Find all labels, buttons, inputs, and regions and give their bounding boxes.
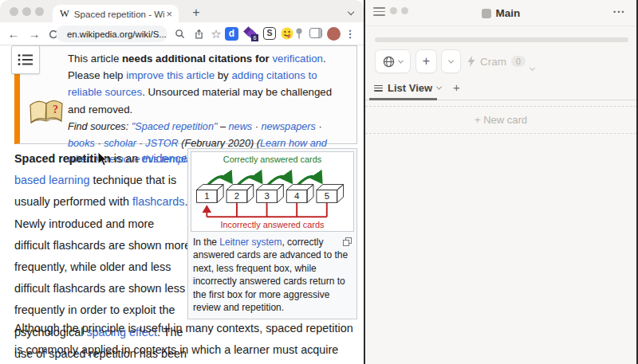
globe-icon — [383, 56, 395, 68]
traffic-light-zoom[interactable] — [35, 7, 44, 16]
chevron-down-icon — [448, 57, 454, 63]
expand-figure-icon[interactable] — [343, 237, 352, 246]
svg-text:?: ? — [53, 104, 58, 115]
cram-label: Cram — [480, 56, 506, 68]
extension-emoji-icon[interactable] — [281, 27, 293, 40]
incorrect-cards-label: Incorrectly answered cards — [221, 220, 325, 229]
box-1-label: 1 — [204, 191, 209, 201]
leitner-figure: Correctly answered cards Incorrectly ans… — [187, 148, 357, 319]
extension-d-icon[interactable]: d — [225, 27, 238, 41]
leitner-diagram[interactable]: Correctly answered cards Incorrectly ans… — [191, 151, 354, 232]
text-run: · — [95, 138, 104, 149]
tab-strip: W Spaced repetition - Wikipedia × + — [0, 0, 364, 22]
traffic-light-minimize[interactable] — [22, 7, 31, 16]
active-tab-indicator — [369, 98, 437, 100]
extension-gem-badge: 6 — [251, 34, 258, 41]
tab-close-icon[interactable]: × — [164, 8, 174, 20]
kebab-menu-icon[interactable]: ⋮ — [345, 22, 356, 45]
tab-title: Spaced repetition - Wikipedia — [74, 9, 165, 19]
flashcard-app-window: Main ... + Cram 0 — [364, 0, 638, 364]
wiki-link[interactable]: scholar — [104, 138, 136, 149]
new-card-placeholder[interactable]: + New card — [365, 106, 636, 134]
text-run: – — [217, 121, 228, 132]
chevron-down-icon — [398, 57, 404, 63]
traffic-light-close[interactable] — [10, 7, 18, 16]
text-run: This article — [68, 53, 122, 65]
text-run: needs additional citations for — [122, 53, 272, 65]
text-run: Spaced repetition — [14, 152, 111, 165]
text-run: is an — [111, 152, 141, 165]
correct-cards-label: Correctly answered cards — [223, 155, 322, 164]
deck-switcher-button[interactable] — [375, 49, 411, 73]
bookmark-star-icon[interactable]: ☆ — [209, 22, 223, 45]
wiki-link[interactable]: improve this article — [126, 69, 215, 81]
back-icon[interactable]: ← — [6, 22, 21, 45]
deck-icon — [482, 9, 491, 18]
app-titlebar: Main ... — [365, 0, 636, 26]
screen: W Spaced repetition - Wikipedia × + ← → … — [0, 0, 638, 364]
wikipedia-favicon: W — [60, 8, 69, 20]
wiki-link[interactable]: news — [229, 121, 253, 132]
text-run: ( — [254, 138, 260, 149]
deck-title-group: Main — [365, 0, 636, 26]
text-run: , correctly answered cards are advanced … — [193, 237, 348, 313]
url-text: en.wikipedia.org/wiki/S... — [67, 29, 167, 39]
second-paragraph: Although the principle is useful in many… — [14, 318, 360, 364]
lightning-icon — [467, 56, 475, 67]
box-2-label: 2 — [234, 191, 239, 201]
cram-button[interactable]: Cram 0 — [467, 49, 526, 73]
forward-icon[interactable]: → — [27, 22, 41, 45]
text-run: · — [316, 121, 322, 132]
share-icon[interactable] — [191, 22, 206, 45]
browser-tab[interactable]: W Spaced repetition - Wikipedia × — [53, 5, 179, 22]
wiki-link[interactable]: JSTOR — [145, 138, 178, 149]
text-run: In the — [193, 237, 219, 248]
figure-caption-text: In the Leitner system, correctly answere… — [193, 237, 348, 313]
add-card-button[interactable]: + — [415, 49, 437, 73]
box-3-label: 3 — [264, 191, 269, 201]
wiki-link[interactable]: Leitner system — [219, 237, 282, 248]
pin-icon[interactable] — [293, 27, 305, 40]
question-book-icon: ? — [26, 94, 66, 134]
browser-window: W Spaced repetition - Wikipedia × + ← → … — [0, 0, 364, 364]
cram-options-chevron-icon[interactable] — [530, 59, 534, 73]
extension-gem-icon[interactable]: 6 — [244, 27, 258, 41]
list-icon — [18, 53, 33, 66]
text-run: Although the principle is useful in many… — [14, 322, 353, 364]
wiki-link[interactable]: newspapers — [261, 121, 315, 132]
add-options-button[interactable] — [441, 49, 461, 73]
list-view-icon — [374, 85, 383, 92]
browser-toolbar: ← → en.wikipedia.org/wiki/S... ☆ d 6 — [0, 22, 364, 45]
progress-bar — [375, 37, 628, 42]
tab-list-view[interactable]: List View — [374, 82, 441, 94]
new-tab-button[interactable]: + — [187, 4, 206, 22]
toc-button[interactable] — [11, 45, 40, 74]
mouse-cursor — [97, 151, 108, 170]
citation-notice-box: ? This article needs additional citation… — [14, 45, 357, 144]
wiki-link[interactable]: "Spaced repetition" — [132, 121, 218, 132]
text-run: · — [136, 138, 145, 149]
text-run: Find sources: — [68, 121, 132, 132]
view-tab-label: List View — [388, 82, 432, 94]
sidebar-icon[interactable] — [309, 28, 322, 38]
text-run: (February 2020) — [181, 138, 254, 149]
profile-avatar[interactable] — [327, 27, 341, 41]
zoom-icon[interactable] — [172, 22, 187, 45]
notice-text: This article needs additional citations … — [68, 50, 350, 118]
wiki-link[interactable]: books — [68, 138, 95, 149]
box-5-label: 5 — [325, 191, 329, 201]
figure-caption: In the Leitner system, correctly answere… — [191, 232, 354, 316]
deck-title: Main — [496, 7, 521, 19]
wiki-link[interactable]: flashcards — [132, 195, 185, 208]
text-run: · — [252, 121, 261, 132]
add-view-button[interactable]: + — [453, 80, 460, 94]
view-tab-bar: List View + — [365, 80, 636, 101]
extension-s-icon[interactable]: S — [263, 27, 276, 40]
address-bar[interactable]: en.wikipedia.org/wiki/S... — [56, 25, 167, 42]
text-run: . Newly introduced and more difficult fl… — [14, 195, 191, 338]
wiki-link[interactable]: verification — [272, 53, 323, 65]
text-run: by — [215, 69, 231, 81]
app-menu-icon[interactable]: ... — [612, 2, 625, 15]
tab-search-chevron-icon[interactable] — [348, 9, 354, 15]
wikipedia-article: ? This article needs additional citation… — [0, 45, 364, 364]
